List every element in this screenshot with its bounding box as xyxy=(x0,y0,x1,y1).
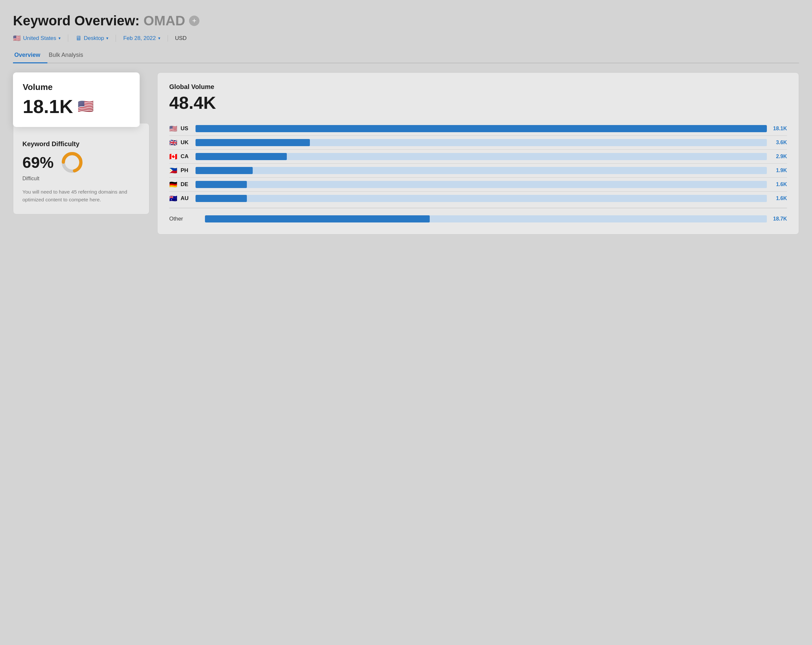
country-bar-fill xyxy=(195,139,310,146)
country-volume: 18.1K xyxy=(770,126,787,131)
other-label: Other xyxy=(169,216,202,222)
country-label: United States xyxy=(23,35,56,41)
country-flag: 🇺🇸 xyxy=(169,125,177,133)
country-bar xyxy=(195,195,767,202)
country-bar-fill xyxy=(195,153,287,160)
cards-row: Volume 18.1K 🇺🇸 Keyword Difficulty 69% D… xyxy=(13,72,799,235)
kd-percent: 69% xyxy=(23,154,53,171)
country-bar-fill xyxy=(195,167,253,174)
volume-value: 18.1K 🇺🇸 xyxy=(23,96,128,117)
device-label: Desktop xyxy=(84,35,104,41)
country-code: DE xyxy=(180,181,192,188)
separator xyxy=(169,208,787,208)
country-flag: 🇦🇺 xyxy=(169,195,177,202)
country-volume: 1.9K xyxy=(770,168,787,174)
device-chevron-icon: ▾ xyxy=(106,36,108,41)
other-bar-fill xyxy=(205,215,430,223)
country-row: 🇵🇭 PH 1.9K xyxy=(169,164,787,178)
country-rows: 🇺🇸 US 18.1K 🇬🇧 UK 3.6K 🇨🇦 CA 2.9K 🇵🇭 PH … xyxy=(169,122,787,205)
currency-label: USD xyxy=(175,35,187,41)
country-volume: 1.6K xyxy=(770,195,787,201)
country-row: 🇦🇺 AU 1.6K xyxy=(169,192,787,205)
filters-row: 🇺🇸 United States ▾ 🖥 Desktop ▾ Feb 28, 2… xyxy=(13,34,799,42)
global-volume-value: 48.4K xyxy=(169,93,787,113)
other-row: Other 18.7K xyxy=(169,209,787,223)
left-card: Volume 18.1K 🇺🇸 Keyword Difficulty 69% D… xyxy=(13,72,150,214)
device-filter[interactable]: 🖥 Desktop ▾ xyxy=(75,35,116,42)
title-prefix: Keyword Overview: xyxy=(13,13,140,29)
monitor-icon: 🖥 xyxy=(75,35,81,42)
country-bar xyxy=(195,181,767,188)
country-flag: 🇨🇦 xyxy=(169,152,177,160)
add-keyword-button[interactable]: + xyxy=(189,15,200,26)
country-volume: 1.6K xyxy=(770,181,787,188)
tab-overview[interactable]: Overview xyxy=(13,49,47,63)
country-bar-fill xyxy=(195,125,767,132)
country-volume: 2.9K xyxy=(770,154,787,160)
keyword-name: OMAD xyxy=(143,13,185,29)
country-row: 🇬🇧 UK 3.6K xyxy=(169,136,787,150)
volume-label: Volume xyxy=(23,82,128,92)
page-title: Keyword Overview: OMAD + xyxy=(13,13,799,29)
country-code: PH xyxy=(180,167,192,174)
country-row: 🇩🇪 DE 1.6K xyxy=(169,178,787,192)
kd-donut xyxy=(61,151,84,174)
other-volume: 18.7K xyxy=(770,216,787,222)
kd-difficulty-label: Difficult xyxy=(23,176,140,181)
country-bar-fill xyxy=(195,181,247,188)
country-bar xyxy=(195,139,767,146)
country-bar-fill xyxy=(195,195,247,202)
tab-bulk-analysis[interactable]: Bulk Analysis xyxy=(47,49,90,63)
date-filter[interactable]: Feb 28, 2022 ▾ xyxy=(123,35,168,41)
global-volume-card: Global Volume 48.4K 🇺🇸 US 18.1K 🇬🇧 UK 3.… xyxy=(157,72,799,235)
country-flag: 🇵🇭 xyxy=(169,166,177,174)
country-code: US xyxy=(180,125,192,132)
date-label: Feb 28, 2022 xyxy=(123,35,156,41)
country-row: 🇺🇸 US 18.1K xyxy=(169,122,787,136)
volume-card: Volume 18.1K 🇺🇸 xyxy=(13,72,140,127)
other-bar xyxy=(205,215,767,223)
currency-filter: USD xyxy=(175,35,194,41)
global-volume-label: Global Volume xyxy=(169,83,787,91)
date-chevron-icon: ▾ xyxy=(158,36,160,41)
kd-description: You will need to have 45 referring domai… xyxy=(23,188,140,204)
country-code: AU xyxy=(180,195,192,202)
country-row: 🇨🇦 CA 2.9K xyxy=(169,150,787,164)
country-flag: 🇺🇸 xyxy=(13,34,21,42)
country-bar xyxy=(195,167,767,174)
country-volume: 3.6K xyxy=(770,140,787,145)
country-code: UK xyxy=(180,139,192,146)
tabs-row: Overview Bulk Analysis xyxy=(13,49,799,63)
kd-value-row: 69% xyxy=(23,151,140,174)
kd-card: Keyword Difficulty 69% Difficult You wil… xyxy=(13,123,150,214)
country-chevron-icon: ▾ xyxy=(58,36,61,41)
country-bar xyxy=(195,153,767,160)
country-bar xyxy=(195,125,767,132)
country-flag: 🇩🇪 xyxy=(169,181,177,188)
volume-flag: 🇺🇸 xyxy=(78,99,94,114)
country-code: CA xyxy=(180,153,192,160)
country-flag: 🇬🇧 xyxy=(169,139,177,146)
country-filter[interactable]: 🇺🇸 United States ▾ xyxy=(13,34,68,42)
kd-label: Keyword Difficulty xyxy=(23,140,140,148)
